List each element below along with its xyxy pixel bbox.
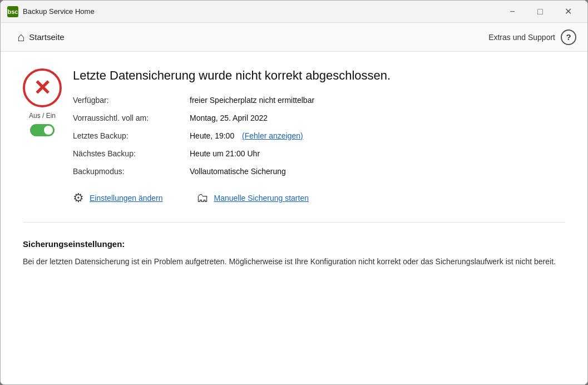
field-value-0: freier Speicherplatz nicht ermittelbar — [190, 94, 565, 106]
error-icon: ✕ — [23, 68, 62, 107]
startseite-label: Startseite — [29, 32, 64, 42]
backup-icon: 🗂 — [196, 191, 209, 205]
field-label-1: Vorraussichtl. voll am: — [73, 112, 190, 124]
settings-icon: ⚙ — [73, 191, 84, 205]
einstellungen-button[interactable]: ⚙ Einstellungen ändern — [73, 191, 163, 205]
home-nav[interactable]: ⌂ Startseite — [12, 27, 70, 48]
window-controls: − □ ✕ — [500, 3, 581, 20]
extras-label[interactable]: Extras und Support — [488, 33, 555, 42]
minimize-button[interactable]: − — [500, 3, 525, 20]
app-icon: bsc — [7, 6, 18, 17]
info-table: Verfügbar: freier Speicherplatz nicht er… — [73, 94, 565, 177]
divider — [23, 222, 565, 223]
manuelle-sicherung-label: Manuelle Sicherung starten — [214, 194, 309, 203]
manuelle-sicherung-button[interactable]: 🗂 Manuelle Sicherung starten — [196, 191, 309, 205]
field-value-4: Vollautomatische Sicherung — [190, 165, 565, 177]
einstellungen-label: Einstellungen ändern — [90, 194, 163, 203]
bottom-text: Bei der letzten Datensicherung ist ein P… — [23, 255, 565, 268]
field-value-1: Montag, 25. April 2022 — [190, 112, 565, 124]
status-info: Letzte Datensicherung wurde nicht korrek… — [73, 68, 565, 205]
field-label-4: Backupmodus: — [73, 165, 190, 177]
field-value-2: Heute, 19:00 (Fehler anzeigen) — [190, 130, 565, 142]
bottom-section: Sicherungseinstellungen: Bei der letzten… — [23, 234, 565, 268]
field-label-2: Letztes Backup: — [73, 130, 190, 142]
toggle-label: Aus / Ein — [29, 112, 56, 120]
app-title: Backup Service Home — [23, 7, 500, 16]
close-button[interactable]: ✕ — [555, 3, 581, 20]
status-icon-area: ✕ Aus / Ein — [23, 68, 62, 136]
status-section: ✕ Aus / Ein Letzte Datensicherung wurde … — [23, 68, 565, 205]
toggle-switch[interactable] — [30, 124, 55, 136]
navbar: ⌂ Startseite Extras und Support ? — [1, 23, 587, 52]
home-icon: ⌂ — [17, 30, 24, 45]
main-window: bsc Backup Service Home − □ ✕ ⌂ Startsei… — [0, 0, 588, 385]
navbar-right: Extras und Support ? — [488, 29, 576, 45]
field-label-3: Nächstes Backup: — [73, 147, 190, 160]
titlebar: bsc Backup Service Home − □ ✕ — [1, 1, 587, 23]
maximize-button[interactable]: □ — [527, 3, 553, 20]
help-button[interactable]: ? — [561, 29, 576, 45]
main-content: ✕ Aus / Ein Letzte Datensicherung wurde … — [1, 52, 587, 384]
main-title: Letzte Datensicherung wurde nicht korrek… — [73, 68, 565, 83]
bottom-title: Sicherungseinstellungen: — [23, 239, 565, 249]
field-label-0: Verfügbar: — [73, 94, 190, 106]
fehler-anzeigen-link[interactable]: (Fehler anzeigen) — [242, 131, 303, 140]
field-value-3: Heute um 21:00 Uhr — [190, 147, 565, 160]
action-row: ⚙ Einstellungen ändern 🗂 Manuelle Sicher… — [73, 191, 565, 205]
